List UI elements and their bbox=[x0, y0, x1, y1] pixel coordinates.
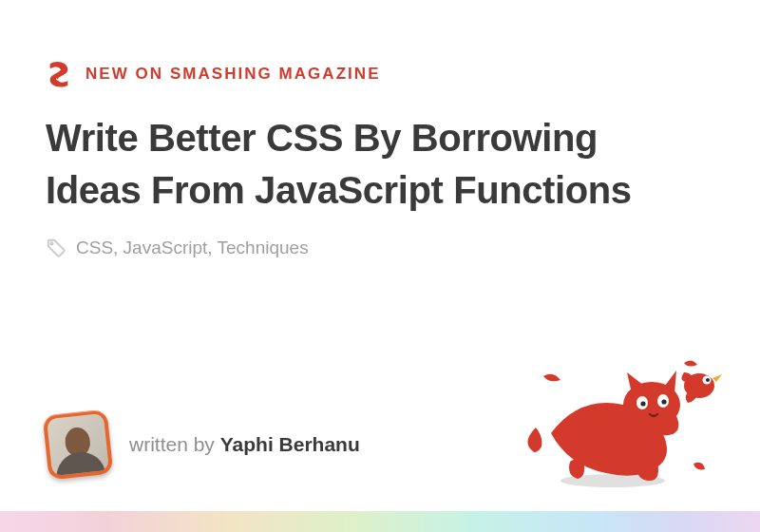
svg-point-9 bbox=[661, 399, 666, 404]
tags-row: CSS, JavaScript, Techniques bbox=[46, 238, 714, 258]
tag-icon bbox=[46, 238, 66, 258]
smashing-logo-icon bbox=[46, 61, 72, 87]
mascot-illustration bbox=[522, 350, 732, 492]
card-content: NEW ON SMASHING MAGAZINE Write Better CS… bbox=[0, 0, 760, 258]
svg-point-8 bbox=[640, 401, 645, 406]
rainbow-border bbox=[0, 511, 760, 532]
byline-row: written by Yaphi Berhanu bbox=[46, 412, 360, 477]
svg-point-0 bbox=[50, 243, 52, 245]
kicker-text: NEW ON SMASHING MAGAZINE bbox=[86, 65, 381, 84]
author-name: Yaphi Berhanu bbox=[220, 433, 360, 455]
kicker-row: NEW ON SMASHING MAGAZINE bbox=[46, 61, 714, 87]
tags-text: CSS, JavaScript, Techniques bbox=[76, 238, 309, 258]
article-card: NEW ON SMASHING MAGAZINE Write Better CS… bbox=[0, 0, 760, 532]
byline-text: written by Yaphi Berhanu bbox=[129, 433, 360, 456]
svg-point-3 bbox=[706, 378, 710, 382]
article-title: Write Better CSS By Borrowing Ideas From… bbox=[46, 112, 692, 217]
svg-point-5 bbox=[623, 382, 680, 428]
author-avatar bbox=[43, 409, 114, 481]
byline-prefix: written by bbox=[129, 433, 220, 455]
